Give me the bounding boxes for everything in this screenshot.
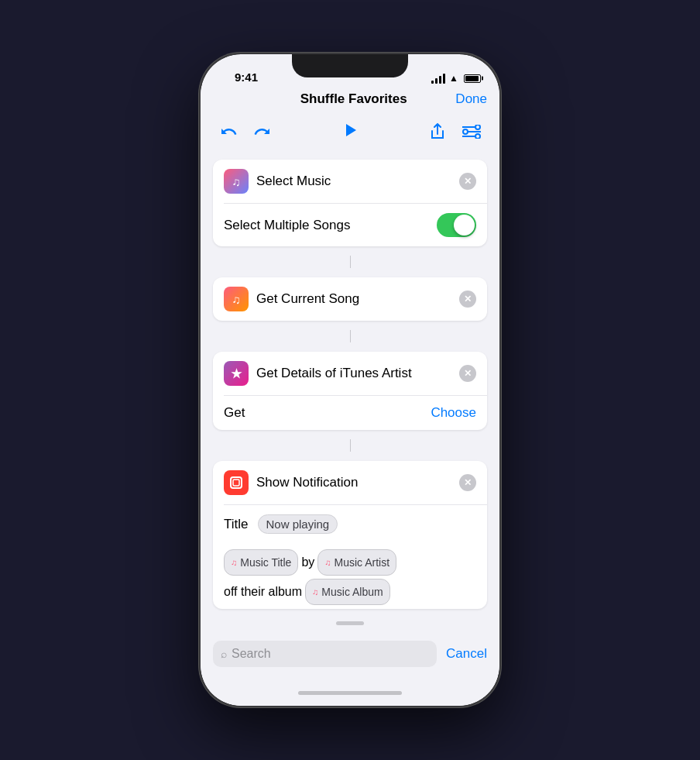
choose-button[interactable]: Choose: [431, 405, 476, 421]
music-artist-text: Music Artist: [335, 552, 390, 573]
get-current-song-icon: ♫: [224, 287, 249, 311]
get-details-itunes-card: ★ Get Details of iTunes Artist ✕ Get Cho…: [213, 352, 487, 430]
select-music-label: Select Music: [256, 174, 459, 189]
get-current-song-row: ♫ Get Current Song ✕: [213, 277, 487, 321]
undo-button[interactable]: [216, 119, 241, 144]
show-notification-icon: [224, 470, 249, 495]
now-playing-pill[interactable]: Now playing: [258, 514, 338, 534]
svg-rect-8: [233, 480, 239, 486]
get-current-song-label: Get Current Song: [256, 291, 459, 307]
notch: [292, 54, 408, 77]
battery-icon: [464, 74, 481, 83]
off-their-album-text: off their album: [224, 579, 302, 604]
select-music-close[interactable]: ✕: [459, 173, 476, 190]
select-music-card: ♫ Select Music ✕ Select Multiple Songs: [213, 160, 487, 246]
notification-body: ♫ Music Title by ♫ Music Artist off thei…: [213, 543, 487, 609]
select-multiple-songs-row: Select Multiple Songs: [213, 204, 487, 246]
get-row: Get Choose: [213, 396, 487, 430]
redo-button[interactable]: [250, 119, 275, 144]
content-area: ♫ Select Music ✕ Select Multiple Songs: [201, 153, 499, 634]
show-notification-card: Show Notification ✕ Title Now playing: [213, 461, 487, 609]
scroll-handle: [213, 618, 487, 628]
search-input-wrap[interactable]: ⌕ Search: [213, 641, 437, 667]
select-multiple-toggle[interactable]: [437, 213, 476, 237]
music-artist-icon: ♫: [324, 554, 331, 571]
by-text: by: [301, 550, 314, 575]
get-details-label: Get Details of iTunes Artist: [256, 366, 459, 381]
play-button[interactable]: [342, 122, 358, 142]
get-label: Get: [224, 405, 245, 421]
signal-icon: [431, 74, 445, 84]
show-notification-label: Show Notification: [256, 475, 459, 490]
share-button[interactable]: [425, 119, 450, 144]
home-indicator: [201, 679, 499, 706]
music-title-pill[interactable]: ♫ Music Title: [224, 549, 298, 576]
get-details-close[interactable]: ✕: [459, 365, 476, 382]
connector-2: [213, 330, 487, 342]
nav-bar: Shuffle Favorites Done: [201, 88, 499, 113]
music-album-pill[interactable]: ♫ Music Album: [305, 579, 390, 605]
connector-3: [213, 439, 487, 452]
status-time: 9:41: [235, 70, 258, 84]
get-details-row: ★ Get Details of iTunes Artist ✕: [213, 352, 487, 395]
toolbar: [201, 113, 499, 153]
title-static-label: Title: [224, 517, 249, 532]
get-details-icon: ★: [224, 361, 249, 386]
svg-rect-7: [231, 477, 242, 488]
music-title-text: Music Title: [240, 552, 291, 573]
wifi-icon: ▲: [449, 73, 458, 84]
music-title-icon: ♫: [231, 554, 237, 571]
get-current-song-card: ♫ Get Current Song ✕: [213, 277, 487, 321]
music-album-icon: ♫: [312, 583, 318, 600]
svg-point-6: [475, 134, 480, 139]
select-multiple-label: Select Multiple Songs: [224, 218, 437, 233]
svg-marker-0: [346, 124, 356, 136]
show-notification-close[interactable]: ✕: [459, 474, 476, 491]
status-icons: ▲: [431, 73, 481, 84]
music-artist-pill[interactable]: ♫ Music Artist: [317, 549, 396, 576]
title-row: Title Now playing: [213, 505, 487, 543]
page-title: Shuffle Favorites: [300, 91, 407, 107]
search-input[interactable]: Search: [232, 647, 271, 661]
music-album-text: Music Album: [321, 581, 383, 603]
get-current-song-close[interactable]: ✕: [459, 291, 476, 308]
settings-button[interactable]: [459, 119, 484, 144]
connector-1: [213, 256, 487, 268]
search-icon: ⌕: [221, 648, 227, 660]
svg-point-2: [475, 125, 480, 129]
select-music-row: ♫ Select Music ✕: [213, 160, 487, 203]
search-bar: ⌕ Search Cancel: [201, 634, 499, 679]
done-button[interactable]: Done: [455, 91, 487, 107]
svg-point-4: [463, 129, 468, 134]
select-music-icon: ♫: [224, 169, 249, 194]
show-notification-row: Show Notification ✕: [213, 461, 487, 504]
cancel-button[interactable]: Cancel: [446, 646, 487, 662]
